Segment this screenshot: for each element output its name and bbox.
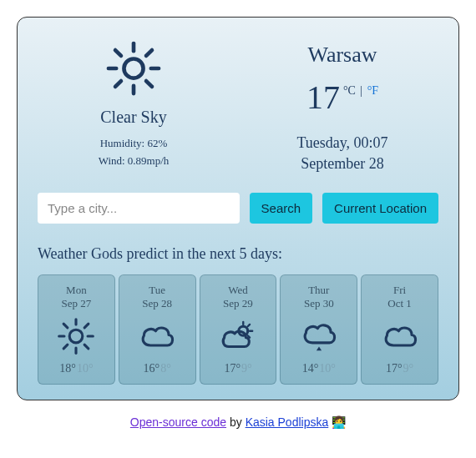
forecast-temps: 14°10° (284, 362, 353, 375)
forecast-temps: 16°8° (123, 362, 192, 375)
cloud-icon (136, 315, 178, 357)
forecast-dow: Wed (204, 284, 273, 297)
forecast-dow: Fri (365, 284, 434, 297)
sun-icon (55, 315, 97, 357)
forecast-day: FriOct 117°9° (361, 274, 438, 385)
unit-celsius-link[interactable]: °C (343, 84, 356, 97)
temp-low: 8° (160, 362, 171, 375)
forecast-temps: 17°9° (204, 362, 273, 375)
temp-high: 16° (144, 362, 160, 375)
forecast-day: WedSep 2917°9° (200, 274, 277, 385)
author-link[interactable]: Kasia Podlipska (246, 415, 329, 429)
forecast-day: ThurSep 3014°10° (280, 274, 357, 385)
temp-low: 9° (241, 362, 252, 375)
date: September 28 (246, 154, 438, 174)
current-datetime: Tuesday, 00:07 September 28 (246, 133, 438, 174)
forecast-temps: 17°9° (365, 362, 434, 375)
temp-high: 14° (302, 362, 319, 375)
forecast-date: Oct 1 (365, 297, 434, 310)
forecast-date: Sep 28 (123, 297, 192, 310)
forecast-dow: Thur (284, 284, 353, 297)
footer-emoji: 👩‍💻 (328, 415, 346, 429)
wind-label: Wind: 0.89mp/h (38, 153, 230, 170)
forecast-day: MonSep 2718°10° (38, 274, 115, 385)
current-weather: Clear Sky Humidity: 62% Wind: 0.89mp/h W… (38, 38, 438, 174)
temp-high: 17° (386, 362, 403, 375)
footer-by: by (226, 415, 246, 429)
forecast-date: Sep 30 (284, 297, 353, 310)
temp-low: 9° (403, 362, 414, 375)
forecast-title: Weather Gods predict in the next 5 days: (38, 245, 438, 263)
partly-icon (217, 315, 259, 357)
day-time: Tuesday, 00:07 (246, 133, 438, 154)
controls-row: Search Current Location (38, 193, 438, 224)
footer: Open-source code by Kasia Podlipska 👩‍💻 (17, 415, 459, 429)
temp-high: 18° (59, 362, 76, 375)
forecast-date: Sep 27 (42, 297, 111, 310)
current-location-info: Warsaw 17 °C | °F Tuesday, 00:07 Septemb… (246, 38, 438, 174)
weather-description: Clear Sky (38, 108, 230, 127)
search-button[interactable]: Search (250, 193, 313, 224)
temp-high: 17° (224, 362, 241, 375)
current-conditions: Clear Sky Humidity: 62% Wind: 0.89mp/h (38, 38, 230, 174)
sun-icon (103, 38, 165, 99)
forecast-temps: 18°10° (42, 362, 111, 375)
unit-fahrenheit-link[interactable]: °F (367, 84, 378, 97)
forecast-row: MonSep 2718°10°TueSep 2816°8°WedSep 2917… (38, 274, 438, 385)
unit-switcher: °C | °F (343, 84, 378, 98)
weather-card: Clear Sky Humidity: 62% Wind: 0.89mp/h W… (17, 17, 459, 400)
forecast-day: TueSep 2816°8° (119, 274, 196, 385)
cloud-icon (379, 315, 421, 357)
current-location-button[interactable]: Current Location (322, 193, 438, 224)
temperature-value: 17 (306, 81, 340, 114)
humidity-label: Humidity: 62% (38, 135, 230, 153)
open-source-link[interactable]: Open-source code (130, 415, 226, 429)
city-search-input[interactable] (38, 193, 240, 224)
forecast-dow: Tue (123, 284, 192, 297)
temperature-row: 17 °C | °F (306, 81, 378, 114)
city-name: Warsaw (246, 43, 438, 68)
forecast-date: Sep 29 (204, 297, 273, 310)
rain-icon (298, 315, 340, 357)
unit-separator: | (360, 84, 362, 97)
forecast-dow: Mon (42, 284, 111, 297)
temp-low: 10° (77, 362, 94, 375)
temp-low: 10° (319, 362, 336, 375)
